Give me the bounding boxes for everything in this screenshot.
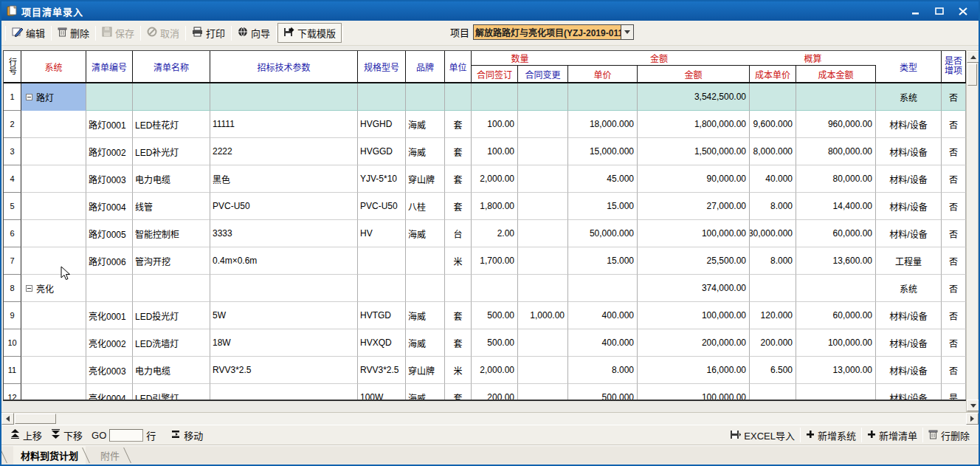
scroll-right-button[interactable] xyxy=(966,413,979,425)
cell-name[interactable]: LED引擎灯 xyxy=(133,384,210,401)
cell-name[interactable]: 电力电缆 xyxy=(133,165,210,193)
cell-params[interactable]: 2222 xyxy=(210,138,358,165)
cell-spec[interactable]: HVGHD xyxy=(358,111,406,138)
cell-unit_price[interactable] xyxy=(568,275,638,302)
cell-cost_amount[interactable] xyxy=(796,83,876,111)
cell-list_no[interactable]: 路灯0006 xyxy=(86,247,133,275)
cell-brand[interactable]: 海威 xyxy=(406,111,445,138)
cell-unit[interactable]: 套 xyxy=(445,165,472,193)
download-template-button[interactable]: 下载模版 xyxy=(277,23,342,43)
maximize-button[interactable] xyxy=(931,4,948,18)
cell-qty_changed[interactable] xyxy=(518,138,568,165)
cell-cost_unit_price[interactable] xyxy=(750,384,796,401)
cell-cost_amount[interactable] xyxy=(796,384,876,401)
cell-system[interactable] xyxy=(21,111,86,138)
cell-extra[interactable]: 否 xyxy=(942,275,966,302)
print-button[interactable]: 打印 xyxy=(187,24,230,42)
cell-list_no[interactable]: 路灯0003 xyxy=(86,165,133,193)
cell-cost_amount[interactable]: 100,000.00 xyxy=(796,329,876,357)
cell-amount[interactable]: 100,000.00 xyxy=(638,302,750,329)
go-row-input[interactable] xyxy=(109,429,143,442)
cell-cost_amount[interactable]: 960,000.00 xyxy=(796,111,876,138)
cell-qty_signed[interactable] xyxy=(472,83,518,111)
cell-system[interactable] xyxy=(21,384,86,401)
horizontal-scroll-thumb[interactable] xyxy=(15,414,56,424)
cell-unit[interactable]: 米 xyxy=(445,357,472,384)
cell-name[interactable] xyxy=(133,275,210,302)
cell-brand[interactable]: 穿山牌 xyxy=(406,357,445,384)
cell-name[interactable]: LED洗墙灯 xyxy=(133,329,210,357)
delete-button[interactable]: 删除 xyxy=(52,24,94,42)
cell-type[interactable]: 材料/设备 xyxy=(876,111,942,138)
cell-params[interactable]: 11111 xyxy=(210,111,358,138)
cell-unit_price[interactable] xyxy=(568,83,638,111)
cell-params[interactable]: 18W xyxy=(210,329,358,357)
cell-qty_changed[interactable] xyxy=(518,165,568,193)
cell-cost_amount[interactable]: 80,000.00 xyxy=(796,165,876,193)
cell-brand[interactable] xyxy=(406,83,445,111)
cell-unit_price[interactable]: 45.000 xyxy=(568,165,638,193)
cell-params[interactable] xyxy=(210,275,358,302)
cell-type[interactable]: 材料/设备 xyxy=(876,165,942,193)
cell-list_no[interactable]: 亮化0001 xyxy=(86,302,133,329)
cell-unit[interactable]: 台 xyxy=(445,220,472,247)
cell-cost_amount[interactable] xyxy=(796,275,876,302)
cell-no[interactable]: 12 xyxy=(4,384,21,401)
cell-unit[interactable]: 套 xyxy=(445,193,472,220)
cell-qty_changed[interactable]: 1,000.00 xyxy=(518,302,568,329)
cell-qty_signed[interactable]: 100.00 xyxy=(472,138,518,165)
cell-spec[interactable]: YJV-5*10 xyxy=(358,165,406,193)
cell-extra[interactable]: 否 xyxy=(942,247,966,275)
collapse-icon[interactable] xyxy=(26,94,32,100)
cell-no[interactable]: 6 xyxy=(4,220,21,247)
cell-brand[interactable]: 海威 xyxy=(406,329,445,357)
close-button[interactable] xyxy=(955,4,971,18)
cell-type[interactable]: 材料/设备 xyxy=(876,138,942,165)
move-up-button[interactable]: 上移 xyxy=(6,427,46,444)
cell-name[interactable]: LED补光灯 xyxy=(133,138,210,165)
cell-spec[interactable]: HV xyxy=(358,220,406,247)
save-button[interactable]: 保存 xyxy=(97,24,139,42)
scroll-down-button[interactable] xyxy=(967,400,979,411)
cell-cost_unit_price[interactable]: 8.000 xyxy=(750,193,796,220)
cell-name[interactable]: 电力电缆 xyxy=(133,357,210,384)
cell-qty_signed[interactable]: 1,700.00 xyxy=(472,247,518,275)
cell-qty_changed[interactable] xyxy=(518,220,568,247)
cell-system[interactable] xyxy=(21,138,86,165)
cell-spec[interactable]: PVC-U50 xyxy=(358,193,406,220)
cell-no[interactable]: 11 xyxy=(4,357,21,384)
cell-no[interactable]: 5 xyxy=(4,193,21,220)
cell-brand[interactable]: 穿山牌 xyxy=(406,165,445,193)
cell-list_no[interactable] xyxy=(86,275,133,302)
cell-unit[interactable]: 套 xyxy=(445,384,472,401)
cell-unit[interactable]: 套 xyxy=(445,138,472,165)
cell-amount[interactable]: 90,000.00 xyxy=(638,165,750,193)
cell-extra[interactable]: 否 xyxy=(942,83,966,111)
cell-qty_signed[interactable]: 100.00 xyxy=(472,111,518,138)
cell-list_no[interactable] xyxy=(86,83,133,111)
cell-qty_changed[interactable] xyxy=(518,83,568,111)
cell-qty_changed[interactable] xyxy=(518,329,568,357)
cell-extra[interactable]: 是 xyxy=(942,384,966,401)
cell-params[interactable]: PVC-U50 xyxy=(210,193,358,220)
scroll-up-button[interactable] xyxy=(967,51,979,63)
cell-extra[interactable]: 否 xyxy=(942,220,966,247)
cell-amount[interactable]: 1,800,000.00 xyxy=(638,111,750,138)
minimize-button[interactable] xyxy=(908,4,924,18)
cell-name[interactable]: LED桂花灯 xyxy=(133,111,210,138)
cell-cost_unit_price[interactable]: 8,000.000 xyxy=(750,138,796,165)
cancel-button[interactable]: 取消 xyxy=(142,24,184,42)
cell-spec[interactable]: HVGGD xyxy=(358,138,406,165)
scroll-left-button[interactable] xyxy=(1,413,14,425)
cell-cost_unit_price[interactable]: 200.000 xyxy=(750,329,796,357)
cell-cost_amount[interactable]: 13,600.00 xyxy=(796,247,876,275)
cell-system[interactable]: 亮化 xyxy=(21,275,86,302)
wizard-button[interactable]: 向导 xyxy=(232,24,275,42)
cell-spec[interactable] xyxy=(358,275,406,302)
cell-unit_price[interactable]: 500.000 xyxy=(568,384,638,401)
vertical-scrollbar[interactable] xyxy=(966,50,979,412)
cell-qty_changed[interactable] xyxy=(518,357,568,384)
cell-qty_signed[interactable]: 500.00 xyxy=(472,329,518,357)
cell-no[interactable]: 3 xyxy=(4,138,21,165)
tab-attachment[interactable]: 附件 xyxy=(93,446,127,465)
